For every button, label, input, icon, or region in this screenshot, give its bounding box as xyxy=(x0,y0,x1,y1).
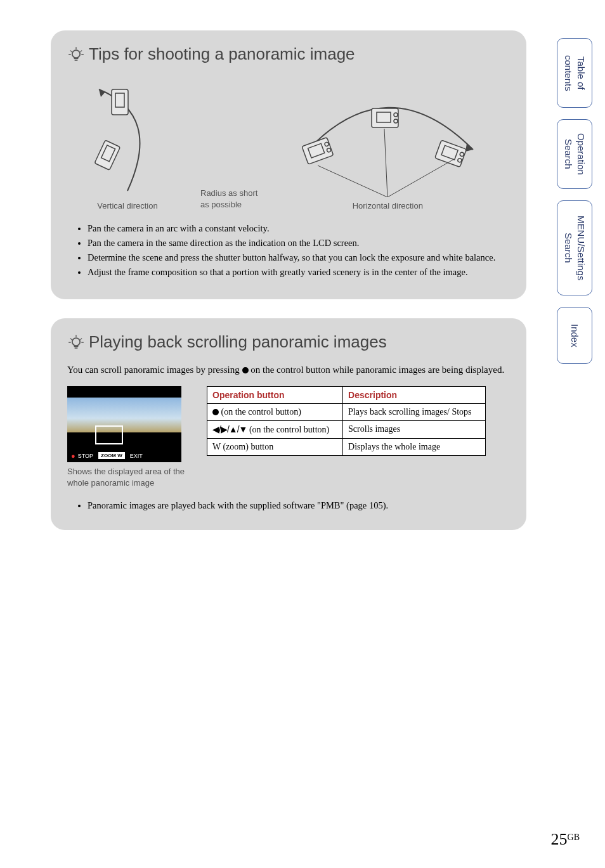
tips-title-text: Tips for shooting a panoramic image xyxy=(89,44,355,64)
panorama-thumbnail-block: ● STOP ZOOM W EXIT Shows the displayed a… xyxy=(67,386,194,489)
playback-intro: You can scroll panoramic images by press… xyxy=(67,363,510,377)
thumbnail-caption: Shows the displayed area of the whole pa… xyxy=(67,466,194,489)
tab-label: MENU/SettingsSearch xyxy=(563,216,587,281)
playback-title-text: Playing back scrolling panoramic images xyxy=(89,332,387,352)
table-row: (on the control button) Plays back scrol… xyxy=(207,403,486,420)
tab-index[interactable]: Index xyxy=(557,307,592,364)
svg-point-14 xyxy=(394,119,398,123)
table-row: W (zoom) button Displays the whole image xyxy=(207,438,486,455)
panorama-thumbnail: ● STOP ZOOM W EXIT xyxy=(67,386,181,462)
svg-point-13 xyxy=(394,113,398,117)
lightbulb-icon xyxy=(67,334,85,351)
op-cell: W (zoom) button xyxy=(207,438,343,455)
svg-rect-3 xyxy=(115,93,124,107)
desc-cell: Plays back scrolling images/ Stops xyxy=(343,403,486,420)
tab-label: Table ofcontents xyxy=(563,55,587,91)
viewport-frame-icon xyxy=(95,425,123,444)
playback-panel-title: Playing back scrolling panoramic images xyxy=(67,332,510,352)
tab-table-of-contents[interactable]: Table ofcontents xyxy=(557,38,592,108)
lightbulb-icon xyxy=(67,46,85,63)
tip-bullet: Pan the camera in an arc with a constant… xyxy=(88,222,504,235)
intro-text-pre: You can scroll panoramic images by press… xyxy=(67,365,242,375)
tab-menu-settings-search[interactable]: MENU/SettingsSearch xyxy=(557,200,592,295)
operation-table: Operation button Description (on the con… xyxy=(207,386,486,456)
table-header-description: Description xyxy=(343,386,486,403)
desc-cell: Displays the whole image xyxy=(343,438,486,455)
vertical-direction-label: Vertical direction xyxy=(97,201,157,211)
svg-marker-6 xyxy=(465,143,473,152)
op-cell-text: (on the control button) xyxy=(247,425,329,434)
center-button-icon xyxy=(212,409,219,415)
tips-panel: Tips for shooting a panoramic image xyxy=(51,30,526,299)
tips-bullet-list: Pan the camera in an arc with a constant… xyxy=(88,222,504,279)
page-number-suffix: GB xyxy=(568,832,580,842)
thumb-exit-label: EXIT xyxy=(130,453,143,459)
svg-point-19 xyxy=(72,338,80,346)
vertical-direction-diagram: Vertical direction xyxy=(86,77,169,211)
intro-text-post: on the control button while panoramic im… xyxy=(249,365,505,375)
op-cell: ◀/▶/▲/▼ (on the control button) xyxy=(207,420,343,438)
playback-panel: Playing back scrolling panoramic images … xyxy=(51,318,526,530)
playback-note: Panoramic images are played back with th… xyxy=(88,500,504,511)
tip-bullet: Pan the camera in the same direction as … xyxy=(88,236,504,250)
playback-note-list: Panoramic images are played back with th… xyxy=(88,500,504,511)
tip-bullet: Determine the scene and press the shutte… xyxy=(88,251,504,264)
op-cell: (on the control button) xyxy=(207,403,343,420)
table-row: ◀/▶/▲/▼ (on the control button) Scrolls … xyxy=(207,420,486,438)
table-header-operation: Operation button xyxy=(207,386,343,403)
tip-bullet: Adjust the frame composition so that a p… xyxy=(88,266,504,279)
op-cell-text: (on the control button) xyxy=(219,407,301,417)
svg-rect-12 xyxy=(377,112,391,122)
thumb-zoom-label: ZOOM W xyxy=(98,452,125,459)
desc-cell: Scrolls images xyxy=(343,420,486,438)
direction-arrows-icon: ◀/▶/▲/▼ xyxy=(212,424,247,434)
center-button-icon xyxy=(242,367,249,373)
thumb-stop-label: STOP xyxy=(78,453,93,459)
record-dot-icon: ● xyxy=(71,452,75,460)
svg-point-0 xyxy=(72,50,80,58)
page-number: 25GB xyxy=(551,830,580,849)
tab-label: Index xyxy=(568,324,581,347)
tab-label: OperationSearch xyxy=(563,133,587,175)
horizontal-direction-label: Horizontal direction xyxy=(353,201,423,211)
horizontal-direction-diagram: Horizontal direction xyxy=(289,77,486,211)
radius-label: Radius as shortas possible xyxy=(200,188,257,211)
panorama-diagram: Vertical direction Radius as shortas pos… xyxy=(86,77,491,211)
tips-panel-title: Tips for shooting a panoramic image xyxy=(67,44,510,64)
page-number-value: 25 xyxy=(551,830,568,848)
tab-operation-search[interactable]: OperationSearch xyxy=(557,119,592,189)
